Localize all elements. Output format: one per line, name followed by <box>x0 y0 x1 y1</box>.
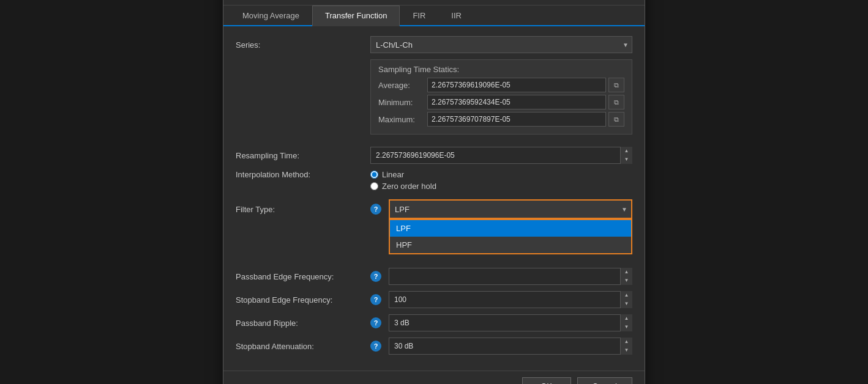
stopband-freq-decrement[interactable]: ▼ <box>621 300 632 308</box>
tab-bar: Moving Average Transfer Function FIR IIR <box>223 6 645 26</box>
radio-zero-order-label: Zero order hold <box>382 182 436 191</box>
average-input[interactable] <box>427 78 606 92</box>
filter-option-hpf[interactable]: HPF <box>390 237 631 253</box>
minimum-input[interactable] <box>427 95 606 109</box>
passband-freq-decrement[interactable]: ▼ <box>621 276 632 285</box>
close-button[interactable]: ✕ <box>624 0 638 1</box>
maximum-copy-button[interactable]: ⧉ <box>608 112 624 127</box>
title-bar: C Filter ✕ <box>223 0 645 6</box>
stopband-atten-label: Stopband Attenuation: <box>236 342 370 351</box>
series-select[interactable]: L-Ch/L-Ch <box>370 36 632 53</box>
resampling-time-row: Resampling Time: ▲ ▼ <box>236 147 632 164</box>
passband-ripple-input[interactable] <box>389 314 632 331</box>
copy-icon-2: ⧉ <box>614 98 619 106</box>
passband-ripple-decrement[interactable]: ▼ <box>621 323 632 331</box>
tab-transfer-function[interactable]: Transfer Function <box>312 6 400 26</box>
stopband-freq-help-icon[interactable]: ? <box>370 294 381 305</box>
radio-linear-row: Linear <box>370 170 632 179</box>
stopband-atten-increment[interactable]: ▲ <box>621 338 632 346</box>
cancel-button[interactable]: Cancel <box>577 377 632 384</box>
passband-ripple-label: Passband Ripple: <box>236 319 370 328</box>
passband-freq-row: Passband Edge Frequency: ? ▲ ▼ <box>236 268 632 285</box>
radio-zero-order[interactable] <box>370 182 378 190</box>
filter-option-lpf[interactable]: LPF <box>390 220 631 237</box>
minimum-row: Minimum: ⧉ <box>378 95 624 109</box>
filter-type-select[interactable]: LPF HPF <box>390 201 631 218</box>
stopband-atten-wrapper: ▲ ▼ <box>389 338 632 355</box>
sampling-group-row: Sampling Time Statics: Average: ⧉ Minimu… <box>236 59 632 141</box>
stopband-freq-row: Stopband Edge Frequency: ? ▲ ▼ <box>236 291 632 308</box>
minimum-copy-button[interactable]: ⧉ <box>608 95 624 109</box>
sampling-group-title: Sampling Time Statics: <box>378 65 624 74</box>
average-row: Average: ⧉ <box>378 78 624 92</box>
passband-freq-label: Passband Edge Frequency: <box>236 272 370 281</box>
resampling-time-decrement[interactable]: ▼ <box>621 155 632 164</box>
stopband-atten-row: Stopband Attenuation: ? ▲ ▼ <box>236 338 632 355</box>
filter-type-dropdown-container: LPF HPF ▼ LPF HPF <box>389 199 632 219</box>
filter-type-label: Filter Type: <box>236 205 370 214</box>
passband-ripple-row: Passband Ripple: ? ▲ ▼ <box>236 314 632 331</box>
stopband-atten-decrement[interactable]: ▼ <box>621 346 632 355</box>
stopband-freq-wrapper: ▲ ▼ <box>389 291 632 308</box>
average-label: Average: <box>378 81 427 90</box>
interpolation-label: Interpolation Method: <box>236 170 370 179</box>
passband-ripple-help-icon[interactable]: ? <box>370 317 381 328</box>
stopband-freq-increment[interactable]: ▲ <box>621 291 632 300</box>
ok-button[interactable]: OK <box>522 377 571 384</box>
filter-dialog: C Filter ✕ Moving Average Transfer Funct… <box>223 0 645 384</box>
filter-type-select-wrapper: LPF HPF ▼ <box>389 199 632 219</box>
maximum-row: Maximum: ⧉ <box>378 112 624 127</box>
tab-fir[interactable]: FIR <box>400 6 438 26</box>
copy-icon: ⧉ <box>614 81 619 89</box>
series-select-wrapper: L-Ch/L-Ch ▼ <box>370 36 632 53</box>
tab-iir[interactable]: IIR <box>438 6 474 26</box>
resampling-time-label: Resampling Time: <box>236 151 370 160</box>
series-row: Series: L-Ch/L-Ch ▼ <box>236 36 632 53</box>
minimum-label: Minimum: <box>378 98 427 107</box>
passband-freq-input[interactable] <box>389 268 632 285</box>
filter-type-row: Filter Type: ? LPF HPF ▼ LPF HPF <box>236 199 632 219</box>
stopband-freq-input[interactable] <box>389 291 632 308</box>
maximum-label: Maximum: <box>378 115 427 124</box>
stopband-atten-input[interactable] <box>389 338 632 355</box>
stopband-atten-help-icon[interactable]: ? <box>370 341 381 352</box>
resampling-time-increment[interactable]: ▲ <box>621 147 632 155</box>
stopband-freq-label: Stopband Edge Frequency: <box>236 295 370 305</box>
dialog-footer: OK Cancel <box>223 371 645 384</box>
filter-type-dropdown-popup: LPF HPF <box>389 219 632 254</box>
average-copy-button[interactable]: ⧉ <box>608 78 624 92</box>
passband-ripple-wrapper: ▲ ▼ <box>389 314 632 331</box>
copy-icon-3: ⧉ <box>614 116 619 124</box>
series-control: L-Ch/L-Ch ▼ <box>370 36 632 53</box>
filter-type-help-icon[interactable]: ? <box>370 204 381 215</box>
resampling-time-input[interactable] <box>370 147 632 164</box>
sampling-time-statics-group: Sampling Time Statics: Average: ⧉ Minimu… <box>370 59 632 135</box>
maximum-input[interactable] <box>427 112 606 127</box>
passband-freq-increment[interactable]: ▲ <box>621 268 632 276</box>
passband-freq-help-icon[interactable]: ? <box>370 271 381 282</box>
passband-freq-wrapper: ▲ ▼ <box>389 268 632 285</box>
tab-moving-average[interactable]: Moving Average <box>230 6 312 26</box>
series-label: Series: <box>236 40 370 50</box>
radio-linear-label: Linear <box>382 170 404 179</box>
radio-linear[interactable] <box>370 171 378 179</box>
radio-zero-order-row: Zero order hold <box>370 182 632 191</box>
passband-ripple-increment[interactable]: ▲ <box>621 314 632 323</box>
resampling-time-wrapper: ▲ ▼ <box>370 147 632 164</box>
interpolation-row: Interpolation Method: Linear Zero order … <box>236 170 632 193</box>
resampling-time-spinner: ▲ ▼ <box>620 147 632 164</box>
dialog-content: Series: L-Ch/L-Ch ▼ Sampling Time Static… <box>223 26 645 371</box>
